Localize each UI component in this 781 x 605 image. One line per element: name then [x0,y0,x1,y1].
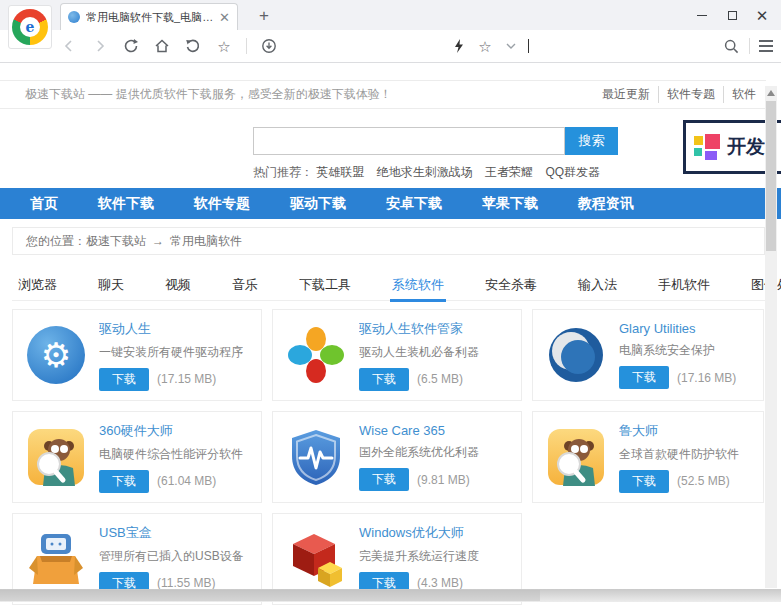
text-cursor [528,39,529,53]
hot-recommendations: 热门推荐： 英雄联盟 绝地求生刺激战场 王者荣耀 QQ群发器 [253,164,609,181]
category-tab-browser[interactable]: 浏览器 [16,267,59,302]
search-button[interactable]: 搜索 [565,127,618,155]
software-description: 电脑硬件综合性能评分软件 [99,446,243,463]
hot-link[interactable]: 绝地求生刺激战场 [377,165,473,179]
software-card: 驱动人生软件管家 驱动人生装机必备利器 下载 (6.5 MB) [272,309,522,401]
menu-icon[interactable] [759,40,773,52]
file-size: (9.81 MB) [417,473,470,487]
software-title-link[interactable]: USB宝盒 [99,524,244,542]
new-tab-button[interactable]: + [252,5,276,27]
category-tab-mobile-software[interactable]: 手机软件 [656,267,712,302]
home-icon[interactable] [153,37,171,55]
top-links: 最近更新 软件专题 软件 [594,86,764,103]
software-title-link[interactable]: 360硬件大师 [99,422,243,440]
favorite-star-icon[interactable]: ☆ [476,37,494,55]
breadcrumb-site-link[interactable]: 极速下载站 [86,233,146,250]
breadcrumb-current: 常用电脑软件 [170,233,242,250]
download-button[interactable]: 下载 [619,470,669,493]
download-button[interactable]: 下载 [359,468,409,491]
top-link-recent-updates[interactable]: 最近更新 [594,86,658,103]
software-description: 完美提升系统运行速度 [359,548,479,565]
maximize-button[interactable] [717,0,747,30]
search-input[interactable] [253,127,565,155]
close-button[interactable]: ✕ [747,0,777,30]
software-title-link[interactable]: Wise Care 365 [359,423,479,438]
category-tab-chat[interactable]: 聊天 [96,267,126,302]
software-card: Glary Utilities 电脑系统安全保护 下载 (17.16 MB) [532,309,764,401]
software-description: 驱动人生装机必备利器 [359,344,479,361]
hot-link[interactable]: 王者荣耀 [485,165,533,179]
software-title-link[interactable]: 鲁大师 [619,422,739,440]
driver-life-icon: ⚙ [27,326,85,384]
nav-item-driver-download[interactable]: 驱动下载 [270,195,366,213]
colored-squares-logo-icon [694,134,720,160]
hot-link[interactable]: 英雄联盟 [316,165,364,179]
software-title-link[interactable]: Glary Utilities [619,321,736,336]
download-button[interactable]: 下载 [619,366,669,389]
close-icon: ✕ [756,8,769,23]
bookmark-star-icon[interactable]: ☆ [215,37,233,55]
maximize-icon [728,11,737,20]
hot-link[interactable]: QQ群发器 [545,165,600,179]
browser-logo-wheel-icon: e [12,9,48,45]
search-icon[interactable] [722,37,740,55]
wise-care-icon [287,428,345,486]
software-description: 管理所有已插入的USB设备 [99,548,244,565]
breadcrumb-prefix: 您的位置： [26,233,86,250]
hardware-master-icon [27,428,85,486]
minimize-button[interactable] [687,0,717,30]
forward-icon[interactable] [91,37,109,55]
lightning-icon[interactable] [450,37,468,55]
browser-titlebar: 常用电脑软件下载_电脑装机必 ✕ + ✕ [0,0,781,30]
nav-item-tutorials[interactable]: 教程资讯 [558,195,654,213]
software-card: 鲁大师 全球首款硬件防护软件 下载 (52.5 MB) [532,411,764,503]
vertical-scrollbar-thumb[interactable] [766,101,776,251]
top-link-software-topics[interactable]: 软件专题 [658,86,723,103]
site-tagline: 极速下载站 —— 提供优质软件下载服务，感受全新的极速下载体验！ [25,86,392,103]
software-grid: ⚙ 驱动人生 一键安装所有硬件驱动程序 下载 (17.15 MB) [12,309,764,605]
software-card: ⚙ 驱动人生 一键安装所有硬件驱动程序 下载 (17.15 MB) [12,309,262,401]
software-card: 360硬件大师 电脑硬件综合性能评分软件 下载 (61.04 MB) [12,411,262,503]
nav-item-apple-download[interactable]: 苹果下载 [462,195,558,213]
nav-item-software-download[interactable]: 软件下载 [78,195,174,213]
download-button[interactable]: 下载 [359,368,409,391]
undo-history-icon[interactable] [184,37,202,55]
software-title-link[interactable]: Windows优化大师 [359,524,479,542]
browser-toolbar: ☆ ☆ [0,30,781,63]
back-icon[interactable] [60,37,78,55]
category-tab-input-method[interactable]: 输入法 [576,267,619,302]
file-size: (52.5 MB) [677,474,730,488]
software-title-link[interactable]: 驱动人生 [99,320,243,338]
horizontal-scrollbar-thumb[interactable] [0,590,540,601]
category-tab-antivirus[interactable]: 安全杀毒 [483,267,539,302]
usb-box-icon [27,530,85,588]
main-navbar: 首页 软件下载 软件专题 驱动下载 安卓下载 苹果下载 教程资讯 [0,188,781,219]
chevron-down-icon[interactable] [502,37,520,55]
file-size: (11.55 MB) [157,576,215,590]
download-manager-icon[interactable] [260,37,278,55]
toolbar-divider [749,38,750,54]
browser-tab[interactable]: 常用电脑软件下载_电脑装机必 ✕ [60,3,238,30]
tab-close-icon[interactable]: ✕ [219,11,230,24]
tab-title: 常用电脑软件下载_电脑装机必 [86,10,214,25]
ad-banner-text: 开发 [727,134,765,160]
nav-item-software-topics[interactable]: 软件专题 [174,195,270,213]
software-title-link[interactable]: 驱动人生软件管家 [359,320,479,338]
nav-item-home[interactable]: 首页 [10,195,78,213]
download-button[interactable]: 下载 [99,368,149,391]
horizontal-scrollbar[interactable] [0,589,781,602]
vertical-scrollbar[interactable] [765,86,777,588]
breadcrumb-arrow: → [152,234,164,248]
file-size: (4.3 MB) [417,576,463,590]
category-tab-system-software[interactable]: 系统软件 [390,267,446,302]
category-tab-video[interactable]: 视频 [163,267,193,302]
category-tab-music[interactable]: 音乐 [230,267,260,302]
download-button[interactable]: 下载 [99,470,149,493]
nav-item-android-download[interactable]: 安卓下载 [366,195,462,213]
file-size: (17.15 MB) [157,372,216,386]
category-tab-download-tools[interactable]: 下载工具 [297,267,353,302]
refresh-icon[interactable] [122,37,140,55]
address-bar[interactable]: ☆ [450,30,529,62]
scroll-up-arrow-icon[interactable] [767,90,775,96]
top-link-software[interactable]: 软件 [723,86,764,103]
